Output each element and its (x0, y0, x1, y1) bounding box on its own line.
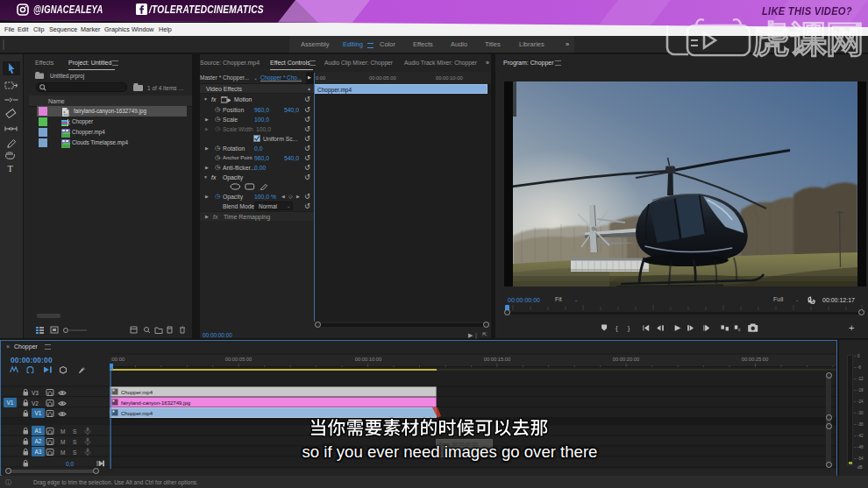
svg-text:V3: V3 (32, 390, 39, 396)
svg-text:00:00:25:00: 00:00:25:00 (742, 357, 769, 362)
svg-text:-54: -54 (857, 456, 864, 461)
svg-text:-48: -48 (857, 445, 864, 449)
svg-text:M: M (60, 449, 65, 456)
svg-text:-12: -12 (857, 377, 864, 381)
svg-text:S: S (73, 439, 77, 445)
svg-text:-36: -36 (857, 422, 864, 427)
svg-text:M: M (60, 428, 65, 435)
svg-text:A1: A1 (35, 428, 42, 434)
svg-text:00:00:15:00: 00:00:15:00 (484, 357, 511, 362)
svg-text:V1: V1 (7, 400, 14, 406)
svg-text::00:00: :00:00 (110, 357, 125, 362)
svg-text:Chopper.mp4: Chopper.mp4 (121, 411, 153, 416)
svg-text:00:00:20:00: 00:00:20:00 (613, 357, 640, 362)
svg-text:M: M (60, 439, 65, 445)
svg-text:{: { (615, 325, 618, 332)
svg-text:T: T (8, 164, 14, 173)
svg-text:fairyland-canyon-1632749.jpg: fairyland-canyon-1632749.jpg (121, 400, 190, 406)
svg-text:S: S (73, 428, 77, 435)
svg-text:-24: -24 (857, 400, 864, 404)
svg-text:-6: -6 (857, 365, 862, 370)
svg-text:V2: V2 (32, 400, 39, 407)
svg-text:A3: A3 (35, 449, 42, 455)
svg-text:V1: V1 (35, 410, 42, 416)
svg-text:A2: A2 (35, 438, 42, 444)
svg-text:c: c (738, 327, 741, 332)
svg-text:00:00:05:00: 00:00:05:00 (225, 357, 253, 362)
svg-text:0: 0 (857, 354, 860, 358)
svg-text:-42: -42 (857, 434, 864, 438)
svg-text:dB: dB (857, 465, 863, 470)
svg-text:}: } (628, 325, 630, 332)
svg-text:-18: -18 (857, 388, 864, 393)
svg-text:00:00:10:00: 00:00:10:00 (355, 357, 382, 362)
svg-text:0,0: 0,0 (66, 461, 74, 467)
svg-text:S: S (73, 449, 77, 456)
svg-text:-30: -30 (857, 411, 864, 415)
svg-text:Chopper.mp4: Chopper.mp4 (121, 390, 153, 395)
